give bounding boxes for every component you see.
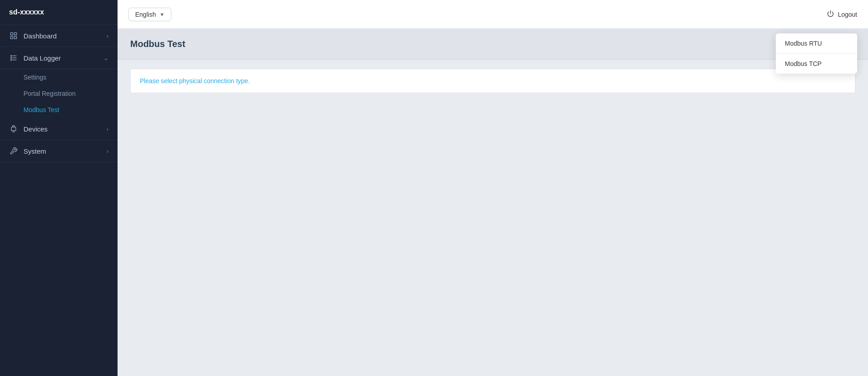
modbus-type-dropdown: Modbus RTU Modbus TCP [776,33,857,74]
sidebar-item-settings[interactable]: Settings [0,69,118,85]
modbus-tcp-option[interactable]: Modbus TCP [776,53,857,74]
svg-rect-1 [14,33,17,35]
svg-rect-3 [14,37,17,39]
settings-label: Settings [24,74,47,81]
sidebar-item-modbus-test[interactable]: Modbus Test [0,102,118,118]
chevron-down-icon-lang: ▼ [160,12,165,17]
page-content: Modbus Test Please select physical conne… [118,29,868,376]
svg-rect-2 [10,37,13,39]
chevron-right-icon-system: › [107,148,108,155]
modbus-test-label: Modbus Test [24,106,59,113]
system-icon [9,146,18,155]
svg-point-4 [11,55,12,56]
sidebar-item-data-logger-label: Data Logger [24,54,61,62]
sidebar: sd-xxxxxx Dashboard › Data Logger ⌄ Sett… [0,0,118,376]
dashboard-icon [9,31,18,40]
chevron-down-icon: ⌄ [104,55,108,61]
sidebar-item-devices-label: Devices [24,125,47,133]
sidebar-item-portal-registration[interactable]: Portal Registration [0,85,118,102]
svg-point-5 [11,57,12,58]
portal-registration-label: Portal Registration [24,90,75,97]
brand-title: sd-xxxxxx [0,0,118,25]
modbus-rtu-option[interactable]: Modbus RTU [776,33,857,53]
sidebar-item-dashboard-label: Dashboard [24,32,57,40]
sidebar-item-devices[interactable]: Devices › [0,118,118,140]
language-label: English [135,11,156,18]
logout-button[interactable]: Logout [827,10,857,19]
devices-icon [9,124,18,133]
sidebar-item-data-logger[interactable]: Data Logger ⌄ [0,47,118,69]
sidebar-item-system[interactable]: System › [0,140,118,162]
page-title: Modbus Test [118,29,868,60]
main-area: English ▼ Logout Modbus Test Please sele… [118,0,868,376]
sidebar-item-system-label: System [24,147,46,155]
sidebar-item-dashboard[interactable]: Dashboard › [0,25,118,47]
info-message: Please select physical connection type. [130,69,855,93]
topbar: English ▼ Logout [118,0,868,29]
logout-label: Logout [838,11,857,18]
chevron-right-icon: › [107,33,108,39]
svg-point-6 [11,59,12,60]
power-icon [827,10,834,19]
svg-rect-0 [10,33,13,35]
chevron-right-icon-devices: › [107,126,108,132]
data-logger-icon [9,53,18,62]
language-dropdown[interactable]: English ▼ [128,8,171,21]
